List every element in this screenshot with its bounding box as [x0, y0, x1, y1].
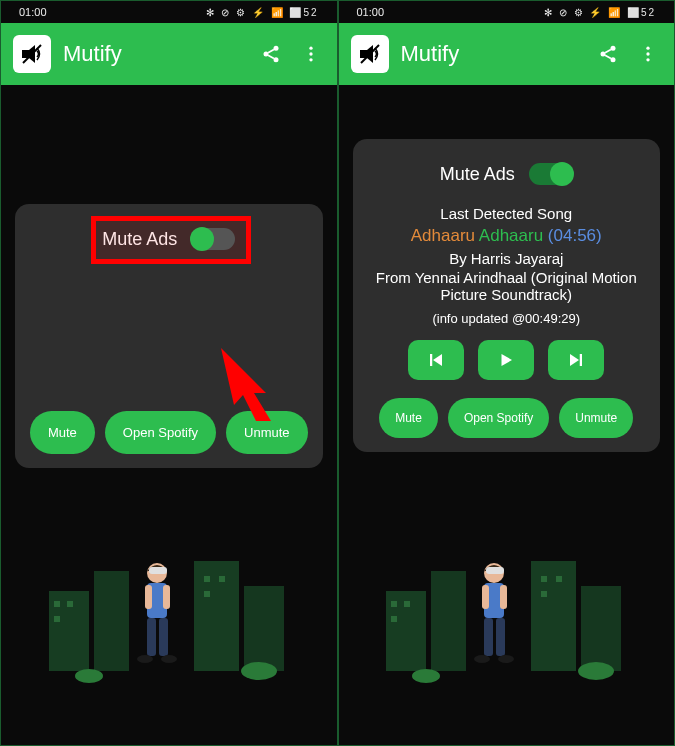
svg-rect-19	[204, 591, 210, 597]
svg-point-54	[578, 662, 614, 680]
svg-point-33	[611, 46, 616, 51]
svg-rect-50	[541, 576, 547, 582]
mute-button[interactable]: Mute	[30, 411, 95, 454]
status-icons: ✻ ⊘ ⚙ ⚡ 📶 ⬜52	[544, 7, 656, 18]
svg-rect-59	[500, 585, 507, 609]
svg-rect-13	[244, 586, 284, 671]
song-updated: (info updated @00:49:29)	[367, 311, 647, 326]
svg-rect-48	[404, 601, 410, 607]
app-title: Mutify	[63, 41, 245, 67]
song-album: From Yennai Arindhaal (Original Motion P…	[367, 269, 647, 303]
song-artist: By Harris Jayaraj	[367, 250, 647, 267]
svg-rect-23	[149, 567, 167, 574]
svg-rect-49	[391, 616, 397, 622]
last-detected-label: Last Detected Song	[367, 205, 647, 222]
mute-ads-toggle[interactable]	[191, 228, 235, 250]
svg-point-40	[646, 58, 649, 61]
svg-rect-27	[147, 618, 156, 656]
song-info: Last Detected Song Adhaaru Adhaaru (04:5…	[367, 205, 647, 326]
song-word2: Adhaaru	[479, 226, 543, 245]
content-area: Mute Ads Last Detected Song Adhaaru Adha…	[339, 85, 675, 745]
app-bar: Mutify	[1, 23, 337, 85]
content-area: Mute Ads Mute Open Spotify Unmute	[1, 85, 337, 745]
svg-rect-28	[159, 618, 168, 656]
prev-button[interactable]	[408, 340, 464, 380]
svg-point-35	[611, 57, 616, 62]
song-duration: (04:56)	[548, 226, 602, 245]
svg-line-6	[268, 55, 274, 58]
song-word1: Adhaaru	[411, 226, 475, 245]
status-time: 01:00	[19, 6, 47, 18]
svg-rect-45	[531, 561, 576, 671]
share-icon[interactable]	[257, 40, 285, 68]
svg-point-20	[75, 669, 103, 683]
svg-point-38	[646, 47, 649, 50]
svg-point-53	[412, 669, 440, 683]
svg-point-7	[309, 47, 312, 50]
next-button[interactable]	[548, 340, 604, 380]
illustration	[353, 531, 661, 691]
mute-ads-row: Mute Ads	[367, 157, 647, 191]
svg-rect-61	[496, 618, 505, 656]
status-time: 01:00	[357, 6, 385, 18]
svg-rect-60	[484, 618, 493, 656]
svg-point-62	[474, 655, 490, 663]
svg-rect-14	[54, 601, 60, 607]
svg-point-3	[263, 52, 268, 57]
svg-rect-46	[581, 586, 621, 671]
open-spotify-button[interactable]: Open Spotify	[105, 411, 216, 454]
svg-line-36	[605, 49, 611, 52]
app-bar: Mutify	[339, 23, 675, 85]
svg-line-37	[605, 55, 611, 58]
mute-ads-row: Mute Ads	[29, 222, 309, 256]
mute-ads-label: Mute Ads	[440, 164, 515, 185]
svg-rect-44	[431, 571, 466, 671]
mute-ads-toggle[interactable]	[529, 163, 573, 185]
svg-rect-51	[556, 576, 562, 582]
svg-point-21	[241, 662, 277, 680]
action-buttons: Mute Open Spotify Unmute	[367, 398, 647, 438]
svg-rect-41	[430, 354, 432, 366]
main-card: Mute Ads Mute Open Spotify Unmute	[15, 204, 323, 468]
app-logo	[351, 35, 389, 73]
svg-point-8	[309, 52, 312, 55]
song-title: Adhaaru Adhaaru (04:56)	[367, 226, 647, 246]
toggle-knob	[550, 162, 574, 186]
svg-rect-15	[67, 601, 73, 607]
svg-rect-16	[54, 616, 60, 622]
illustration	[15, 531, 323, 691]
share-icon[interactable]	[594, 40, 622, 68]
mute-button[interactable]: Mute	[379, 398, 438, 438]
svg-point-34	[601, 52, 606, 57]
toggle-knob	[190, 227, 214, 251]
app-title: Mutify	[401, 41, 583, 67]
svg-rect-18	[219, 576, 225, 582]
svg-point-4	[273, 57, 278, 62]
svg-point-2	[273, 46, 278, 51]
svg-point-9	[309, 58, 312, 61]
svg-rect-56	[486, 567, 504, 574]
phone-right: 01:00 ✻ ⊘ ⚙ ⚡ 📶 ⬜52 Mutify	[338, 0, 676, 746]
open-spotify-button[interactable]: Open Spotify	[448, 398, 549, 438]
svg-rect-25	[145, 585, 152, 609]
svg-point-29	[137, 655, 153, 663]
status-bar: 01:00 ✻ ⊘ ⚙ ⚡ 📶 ⬜52	[339, 1, 675, 23]
status-bar: 01:00 ✻ ⊘ ⚙ ⚡ 📶 ⬜52	[1, 1, 337, 23]
svg-line-5	[268, 49, 274, 52]
phone-left: 01:00 ✻ ⊘ ⚙ ⚡ 📶 ⬜52 Mutify	[0, 0, 338, 746]
media-controls	[367, 340, 647, 380]
unmute-button[interactable]: Unmute	[559, 398, 633, 438]
svg-rect-11	[94, 571, 129, 671]
svg-point-63	[498, 655, 514, 663]
app-logo	[13, 35, 51, 73]
svg-rect-26	[163, 585, 170, 609]
svg-rect-58	[482, 585, 489, 609]
svg-rect-47	[391, 601, 397, 607]
more-icon[interactable]	[634, 40, 662, 68]
svg-rect-12	[194, 561, 239, 671]
pointer-arrow	[216, 343, 286, 423]
more-icon[interactable]	[297, 40, 325, 68]
svg-point-30	[161, 655, 177, 663]
status-icons: ✻ ⊘ ⚙ ⚡ 📶 ⬜52	[206, 7, 318, 18]
play-button[interactable]	[478, 340, 534, 380]
